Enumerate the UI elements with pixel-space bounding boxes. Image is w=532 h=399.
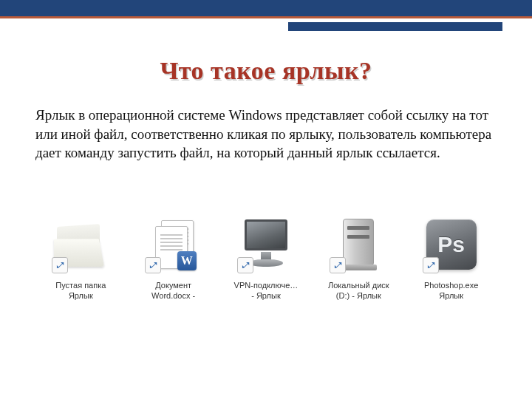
shortcut-label: Photoshop.exe Ярлык	[424, 281, 478, 301]
word-doc-icon: W	[143, 214, 204, 275]
folder-icon	[50, 214, 111, 275]
shortcut-folder[interactable]: Пустая папка Ярлык	[39, 214, 122, 301]
shortcut-vpn[interactable]: VPN-подключе… - Ярлык	[225, 214, 307, 301]
monitor-icon	[236, 214, 296, 275]
accent-bar	[288, 22, 502, 31]
drive-icon	[328, 214, 389, 275]
shortcut-arrow-icon	[423, 257, 439, 273]
shortcut-photoshop[interactable]: Ps Photoshop.exe Ярлык	[410, 214, 493, 301]
header-banner	[0, 0, 532, 16]
shortcuts-row: Пустая папка Ярлык W Документ Word.docx …	[0, 214, 532, 301]
shortcut-label: VPN-подключе… - Ярлык	[234, 281, 299, 301]
shortcut-arrow-icon	[330, 257, 346, 273]
shortcut-arrow-icon	[237, 257, 253, 273]
body-paragraph: Ярлык в операционной системе Windows пре…	[35, 106, 497, 163]
shortcut-arrow-icon	[52, 257, 68, 273]
slide-title: Что такое ярлык?	[0, 57, 532, 85]
shortcut-local-disk[interactable]: Локальный диск (D:) - Ярлык	[317, 214, 400, 301]
shortcut-label: Пустая папка Ярлык	[55, 281, 106, 301]
shortcut-word-doc[interactable]: W Документ Word.docx -	[132, 214, 215, 301]
shortcut-label: Локальный диск (D:) - Ярлык	[328, 281, 389, 301]
photoshop-icon: Ps	[421, 214, 482, 275]
shortcut-label: Документ Word.docx -	[151, 281, 195, 301]
shortcut-arrow-icon	[145, 257, 161, 273]
